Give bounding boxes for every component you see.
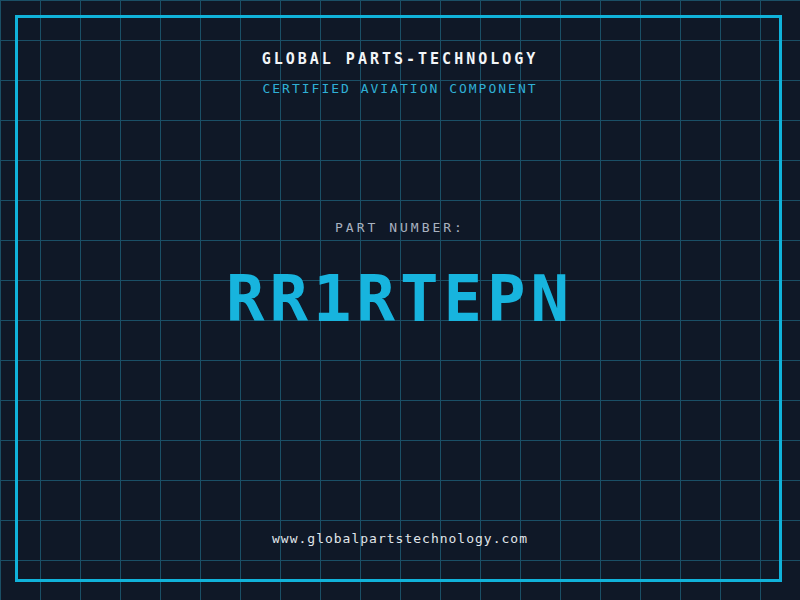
website-url: www.globalpartstechnology.com: [0, 531, 800, 546]
part-number-label: PART NUMBER:: [0, 220, 800, 235]
part-number-value: RR1RTEPN: [0, 262, 800, 336]
certification-tagline: CERTIFIED AVIATION COMPONENT: [0, 81, 800, 96]
part-label-page: GLOBAL PARTS-TECHNOLOGY CERTIFIED AVIATI…: [0, 0, 800, 600]
company-name: GLOBAL PARTS-TECHNOLOGY: [0, 50, 800, 68]
